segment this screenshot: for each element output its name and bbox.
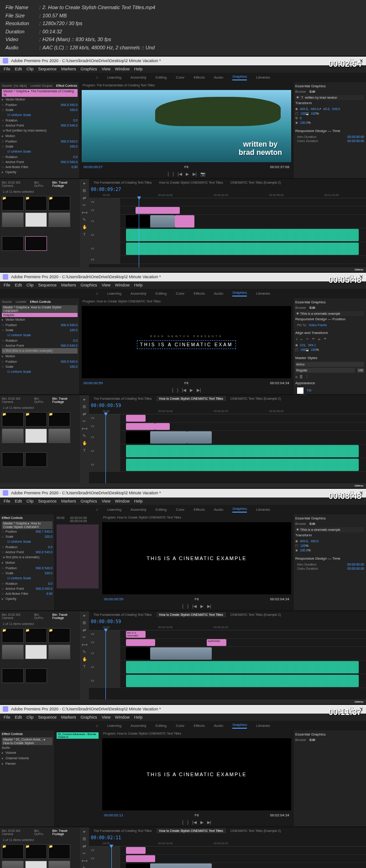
selection-info: 1 of 11 items selected xyxy=(2,189,78,194)
timeline-tc[interactable]: 00:00:09:27 xyxy=(91,187,121,192)
tab-effect-controls[interactable]: Effect Controls xyxy=(56,84,77,87)
menu-file[interactable]: File xyxy=(4,67,10,71)
timeline-ruler[interactable]: 00:00 00:00:16:00 00:00:32:00 00:00:48:0… xyxy=(89,193,366,198)
step-fwd-icon[interactable]: ▶| xyxy=(193,172,197,176)
clip-thumb[interactable] xyxy=(2,212,24,227)
mark-in-icon[interactable]: { xyxy=(167,172,169,176)
project-panel: Bin: EOS M3 Camera Bin: GoPro Bin: Trave… xyxy=(0,179,80,267)
seq-tab-3[interactable]: CINEMATIC Text Titles (Example 2) xyxy=(228,180,284,185)
essential-graphics-panel: Essential Graphics BrowseEdit 👁 T this i… xyxy=(293,298,366,394)
screenshot-3: 00:08:48 Adobe Premiere Pro 2020 - C:\Us… xyxy=(0,488,366,704)
eg-title: Essential Graphics xyxy=(295,84,364,88)
udemy-logo: Udemy xyxy=(355,268,363,271)
effect-controls-panel: Source: (no clips) Lumetri Scopes Effect… xyxy=(0,82,80,178)
track-select-icon[interactable]: ⊞ xyxy=(83,188,86,193)
ws-learning[interactable]: Learning xyxy=(107,75,121,79)
ripple-icon[interactable]: ⇄ xyxy=(83,196,86,200)
screenshot-2: 00:05:48 Adobe Premiere Pro 2020 - C:\Us… xyxy=(0,272,366,488)
menu-view[interactable]: View xyxy=(102,67,110,71)
ws-graphics[interactable]: Graphics xyxy=(232,74,247,80)
window-title-bar: Adobe Premiere Pro 2020 - C:\Users\bradn… xyxy=(0,57,366,65)
effect-source-header: Master * Graphic ▸ The Fundamentals of C… xyxy=(2,89,78,97)
menu-window[interactable]: Window xyxy=(115,67,130,71)
menu-clip[interactable]: Clip xyxy=(26,67,34,71)
razor-icon[interactable]: ✂ xyxy=(83,203,86,207)
screenshot-4: 00:11:37 Adobe Premiere Pro 2020 - C:\Us… xyxy=(0,704,366,868)
export-frame-icon[interactable]: 📷 xyxy=(200,172,205,176)
transport-controls: { } |◀ ▶ ▶| 📷 xyxy=(80,170,293,178)
ws-effects[interactable]: Effects xyxy=(193,75,204,79)
program-monitor[interactable]: THIS IS A CINEMATIC EXAMPLE xyxy=(102,738,291,810)
eg-layer-row[interactable]: 👁 T written by brad newton xyxy=(295,95,364,100)
selection-tool-icon[interactable]: ▸ xyxy=(84,181,86,185)
menu-markers[interactable]: Markers xyxy=(61,67,76,71)
eye-icon[interactable]: 👁 xyxy=(296,96,299,99)
clip-thumb[interactable] xyxy=(25,212,47,227)
ws-color[interactable]: Color xyxy=(176,75,184,79)
program-monitor[interactable]: BRAD NEWTON PRESENTS THIS IS A CINEMATIC… xyxy=(82,306,291,378)
program-monitor[interactable]: written bybrad newton xyxy=(82,90,291,162)
program-monitor[interactable]: THIS IS A CINEMATIC EXAMPLE xyxy=(102,522,291,594)
play-icon[interactable]: ▶ xyxy=(186,172,189,176)
timeline-tracks[interactable]: V3 V2 V1 A1 A2 A3 xyxy=(89,198,366,267)
window-title: Adobe Premiere Pro 2020 - C:\Users\bradn… xyxy=(11,58,161,63)
video-timestamp: 00:05:48 xyxy=(329,275,361,285)
video-timestamp: 00:08:48 xyxy=(329,492,361,501)
program-tc-current[interactable]: 00:00:09:27 xyxy=(84,165,103,169)
ws-libraries[interactable]: Libraries xyxy=(256,75,270,79)
bin-folder[interactable]: 📁 xyxy=(25,196,47,211)
video-timestamp: 00:02:54 xyxy=(329,59,361,69)
program-monitor-panel: Program: The Fundamentals of Creating Te… xyxy=(80,82,293,178)
essential-graphics-panel: Essential Graphics Browse Edit 👁 T writt… xyxy=(293,82,366,178)
type-icon[interactable]: T xyxy=(83,232,86,237)
align-right-icon[interactable]: ⫟ xyxy=(305,337,309,341)
timeline-tools: ▸ ⊞ ⇄ ✂ ⟷ ✎ ✋ T xyxy=(80,179,89,267)
menu-help[interactable]: Help xyxy=(134,67,143,71)
menu-edit[interactable]: Edit xyxy=(15,67,22,71)
clip-thumb-selected[interactable] xyxy=(25,236,47,251)
effect-controls-panel: SourceLumetriEffect Controls Master * Gr… xyxy=(0,298,80,394)
menu-sequence[interactable]: Sequence xyxy=(38,67,57,71)
seq-tab-2[interactable]: How to Create Stylish CINEMATIC Text Tit… xyxy=(157,180,226,185)
mark-out-icon[interactable]: } xyxy=(173,172,174,176)
seq-tab-1[interactable]: The Fundamentals of Creating Text Titles xyxy=(91,180,155,185)
bin-tab-2[interactable]: Bin: GoPro xyxy=(34,181,49,187)
pen-icon[interactable]: ✎ xyxy=(83,217,86,222)
tab-source[interactable]: Source: (no clips) xyxy=(2,84,26,87)
eg-tab-browse[interactable]: Browse xyxy=(295,90,306,93)
file-metadata: File Name:2. How to Create Stylish Cinem… xyxy=(0,0,366,56)
tab-lumetri[interactable]: Lumetri Scopes xyxy=(30,84,52,87)
fill-swatch[interactable] xyxy=(297,387,303,394)
ws-assembly[interactable]: Assembly xyxy=(131,75,146,79)
bin-tab-3[interactable]: Bin: Travel Footage xyxy=(52,181,78,187)
screenshot-1: 00:02:54 Adobe Premiere Pro 2020 - C:\Us… xyxy=(0,56,366,272)
workspace-tabs: ⌂ Learning Assembly Editing Color Effect… xyxy=(0,73,366,82)
timeline-panel: The Fundamentals of Creating Text Titles… xyxy=(89,179,366,267)
menu-graphics[interactable]: Graphics xyxy=(81,67,97,71)
home-icon[interactable]: ⌂ xyxy=(96,75,98,79)
menu-bar: File Edit Clip Sequence Markers Graphics… xyxy=(0,65,366,73)
font-select[interactable]: Arimo xyxy=(295,362,364,367)
align-left-icon[interactable]: ⫞ xyxy=(295,337,298,341)
ws-audio[interactable]: Audio xyxy=(214,75,223,79)
eg-tab-edit[interactable]: Edit xyxy=(309,90,315,93)
premiere-icon xyxy=(3,58,8,64)
clip-thumb[interactable] xyxy=(2,236,24,251)
hand-icon[interactable]: ✋ xyxy=(82,225,87,229)
program-tc-duration: 00:02:37:08 xyxy=(270,165,289,169)
ws-editing[interactable]: Editing xyxy=(156,75,167,79)
video-timestamp: 00:11:37 xyxy=(329,708,361,717)
audio-clip-header: 01_Custom Adventure - Bonnie Grace.w xyxy=(57,732,99,739)
bin-folder[interactable]: 📁 xyxy=(48,196,70,211)
clip-thumb[interactable] xyxy=(48,212,70,227)
step-back-icon[interactable]: |◀ xyxy=(178,172,182,176)
zoom-fit[interactable]: Fit xyxy=(184,165,188,169)
program-title: Program: The Fundamentals of Creating Te… xyxy=(80,82,293,88)
slip-icon[interactable]: ⟷ xyxy=(82,210,88,215)
bin-tab-1[interactable]: Bin: EOS M3 Camera xyxy=(2,181,31,187)
bin-folder[interactable]: 📁 xyxy=(2,196,24,211)
align-center-icon[interactable]: ⫠ xyxy=(299,337,303,341)
